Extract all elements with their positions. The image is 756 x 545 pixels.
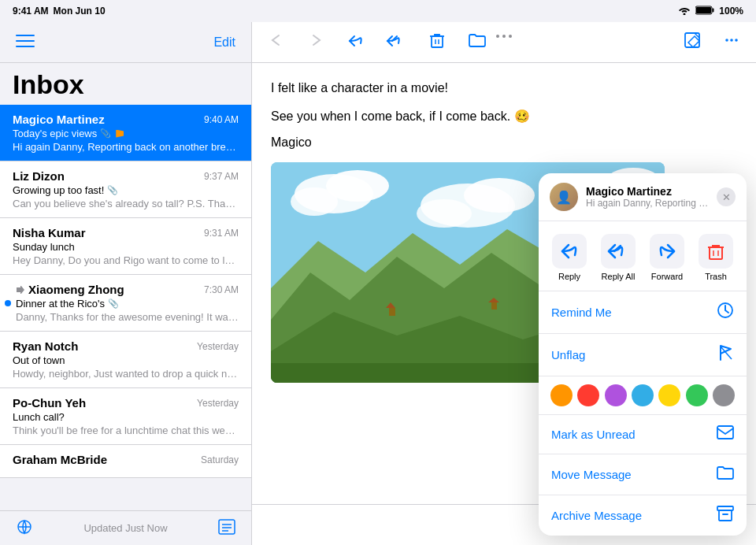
wifi-icon: [678, 6, 691, 17]
mail-time: 9:31 AM: [204, 228, 239, 239]
mail-item[interactable]: Xiaomeng Zhong 7:30 AM Dinner at the Ric…: [0, 275, 251, 332]
folder-button[interactable]: [465, 29, 490, 55]
unflag-label: Unflag: [551, 348, 585, 361]
sender-name: Nisha Kumar: [13, 226, 86, 239]
status-day: Mon Jun 10: [54, 6, 106, 17]
color-selector-row: [539, 376, 747, 415]
archive-message-item[interactable]: Archive Message: [539, 495, 747, 536]
mail-time: 7:30 AM: [204, 284, 239, 295]
reply-label: Reply: [558, 272, 580, 281]
unflag-item[interactable]: Unflag: [539, 334, 747, 376]
unflag-icon: [718, 344, 734, 365]
remind-me-label: Remind Me: [551, 306, 612, 319]
mail-preview: Hey Danny, Do you and Rigo want to come …: [13, 254, 239, 266]
reply-button[interactable]: [343, 29, 367, 55]
reply-all-button[interactable]: [383, 29, 410, 55]
svg-point-19: [735, 39, 738, 42]
sidebar-toolbar: Edit: [0, 22, 251, 63]
mail-item[interactable]: Nisha Kumar 9:31 AM Sunday lunch Hey Dan…: [0, 218, 251, 275]
sidebar-footer: Updated Just Now: [0, 510, 251, 545]
color-orange[interactable]: [550, 384, 573, 406]
reply-all-label: Reply All: [602, 272, 636, 281]
mark-unread-item[interactable]: Mark as Unread: [539, 415, 747, 454]
more-button[interactable]: [720, 28, 743, 56]
toolbar-right-group: [680, 28, 743, 56]
popup-avatar: 👤: [550, 183, 578, 211]
mail-subject: Growing up too fast! 📎: [13, 184, 239, 196]
color-red[interactable]: [577, 384, 599, 406]
svg-rect-35: [491, 302, 497, 310]
trash-label: Trash: [705, 272, 727, 281]
svg-rect-3: [16, 35, 35, 36]
mail-item[interactable]: Graham McBride Saturday: [0, 445, 251, 478]
move-message-label: Move Message: [551, 468, 632, 481]
popup-trash-button[interactable]: Trash: [692, 234, 739, 281]
sender-name: Graham McBride: [13, 453, 107, 466]
color-gray[interactable]: [713, 384, 735, 406]
svg-rect-4: [16, 40, 35, 42]
archive-message-icon: [717, 506, 734, 525]
mail-item[interactable]: Magico Martinez 9:40 AM Today's epic vie…: [0, 105, 251, 161]
svg-point-18: [730, 39, 733, 42]
mail-item[interactable]: Ryan Notch Yesterday Out of town Howdy, …: [0, 332, 251, 388]
remind-me-item[interactable]: Remind Me: [539, 291, 747, 334]
attachment-icon: 📎: [100, 128, 111, 139]
main-layout: Edit Inbox Magico Martinez 9:40 AM Today…: [0, 22, 756, 545]
mail-subject: Dinner at the Rico's 📎: [16, 298, 239, 310]
sender-name: Ryan Notch: [13, 339, 78, 353]
edit-button[interactable]: Edit: [210, 32, 239, 53]
inbox-title: Inbox: [0, 63, 251, 105]
mail-item[interactable]: Liz Dizon 9:37 AM Growing up too fast! 📎…: [0, 161, 251, 218]
color-green[interactable]: [686, 384, 708, 406]
reply-icon: [552, 234, 587, 269]
sidebar: Edit Inbox Magico Martinez 9:40 AM Today…: [0, 22, 252, 545]
mail-list: Magico Martinez 9:40 AM Today's epic vie…: [0, 105, 251, 510]
move-message-item[interactable]: Move Message: [539, 454, 747, 495]
popup-forward-button[interactable]: Forward: [643, 234, 691, 281]
mail-detail: I felt like a character in a movie! See …: [252, 22, 756, 545]
popup-sender-name: Magico Martinez: [586, 185, 709, 198]
mail-time: 9:37 AM: [204, 171, 239, 182]
mail-time: 9:40 AM: [204, 114, 239, 125]
detail-toolbar: [252, 22, 756, 63]
color-yellow[interactable]: [658, 384, 680, 406]
mail-time: Saturday: [201, 454, 239, 465]
svg-rect-2: [696, 7, 711, 13]
compose-list-button[interactable]: [215, 516, 239, 541]
forward-nav-button[interactable]: [304, 29, 328, 55]
popup-close-button[interactable]: ✕: [717, 187, 736, 206]
flag-icon: [116, 130, 124, 138]
popup-preview-text: Hi again Danny, Reporting back o...: [586, 198, 709, 209]
mark-unread-icon: [717, 425, 734, 443]
compose-button[interactable]: [680, 28, 704, 56]
mark-unread-label: Mark as Unread: [551, 428, 636, 441]
body-line-2: See you when I come back, if I come back…: [271, 107, 737, 126]
color-teal[interactable]: [632, 384, 654, 406]
popup-sender-info: Magico Martinez Hi again Danny, Reportin…: [586, 185, 709, 209]
popup-actions-row: Reply Reply All Forward: [539, 221, 747, 291]
filter-button[interactable]: [13, 516, 36, 541]
mail-preview: Danny, Thanks for the awesome evening! I…: [16, 311, 239, 323]
remind-me-icon: [717, 302, 734, 323]
status-bar: 9:41 AM Mon Jun 10 100%: [0, 0, 756, 22]
trash-icon: [699, 234, 733, 269]
color-purple[interactable]: [605, 384, 627, 406]
status-time: 9:41 AM: [13, 6, 49, 17]
popup-reply-button[interactable]: Reply: [546, 234, 593, 281]
back-button[interactable]: [265, 29, 288, 55]
battery-icon: [695, 6, 714, 17]
mail-time: Yesterday: [197, 341, 239, 352]
mail-item[interactable]: Po-Chun Yeh Yesterday Lunch call? Think …: [0, 388, 251, 445]
forward-icon: [650, 234, 684, 269]
svg-rect-8: [219, 520, 235, 534]
trash-button[interactable]: [425, 28, 449, 56]
unread-indicator: [5, 300, 11, 306]
svg-rect-45: [719, 510, 732, 521]
sender-name: Liz Dizon: [13, 169, 65, 183]
svg-point-26: [417, 199, 472, 228]
svg-point-25: [464, 178, 535, 213]
attachment-icon: 📎: [108, 298, 119, 309]
popup-reply-all-button[interactable]: Reply All: [595, 234, 642, 281]
mail-time: Yesterday: [197, 398, 239, 409]
sidebar-collapse-button[interactable]: [13, 30, 38, 55]
